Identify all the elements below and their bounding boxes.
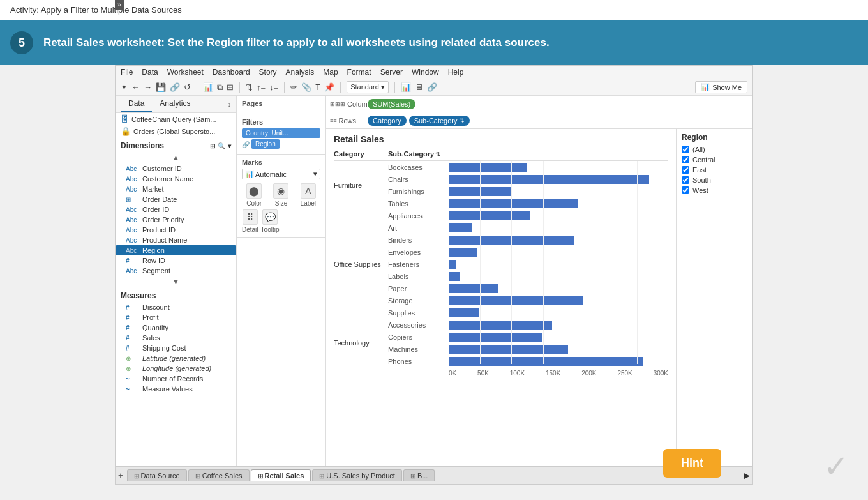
subcat-labels: Labels	[388, 270, 449, 282]
tab-analytics[interactable]: Analytics	[152, 96, 198, 112]
toolbar-pin[interactable]: 📌	[324, 82, 334, 92]
menu-map[interactable]: Map	[323, 68, 338, 77]
toolbar-copy[interactable]: ⧉	[217, 82, 223, 93]
toolbar-monitor[interactable]: 🖥	[415, 82, 423, 92]
dimensions-grid-icon[interactable]: ⊞	[210, 142, 215, 149]
toolbar-asc[interactable]: ↑≡	[257, 82, 266, 92]
dim-order-date[interactable]: ⊞ Order Date	[116, 194, 236, 204]
marks-label[interactable]: A Label	[296, 183, 320, 207]
scroll-down[interactable]: ▼	[116, 276, 236, 287]
dimensions-search-icon[interactable]: 🔍	[218, 142, 225, 149]
marks-size[interactable]: ◉ Size	[269, 183, 293, 207]
toolbar-back[interactable]: ←	[131, 82, 140, 92]
region-east-checkbox[interactable]	[682, 166, 689, 174]
menu-server[interactable]: Server	[380, 68, 403, 77]
tab-retail-sales[interactable]: ⊞ Retail Sales	[251, 469, 311, 481]
toolbar-grid[interactable]: ⊞	[227, 82, 234, 92]
hint-button[interactable]: Hint	[663, 449, 721, 478]
marks-tooltip[interactable]: 💬 Tooltip	[261, 209, 280, 233]
marks-type-dropdown[interactable]: 📊 Automatic ▾	[242, 169, 320, 179]
bar-row-supplies	[449, 307, 668, 319]
toolbar-icon-sparkle[interactable]: ✦	[121, 82, 128, 92]
measure-num-records[interactable]: ~ Number of Records	[116, 374, 236, 384]
dim-order-priority[interactable]: Abc Order Priority	[116, 215, 236, 225]
region-west-checkbox[interactable]	[682, 186, 689, 194]
menu-worksheet[interactable]: Worksheet	[167, 68, 204, 77]
measure-quantity[interactable]: # Quantity	[116, 322, 236, 333]
region-central-checkbox[interactable]	[682, 156, 689, 163]
measure-values[interactable]: ~ Measure Values	[116, 384, 236, 394]
region-east[interactable]: East	[682, 166, 747, 174]
region-all-checkbox[interactable]	[682, 146, 689, 153]
region-west[interactable]: West	[682, 186, 747, 194]
measure-longitude[interactable]: ⊕ Longitude (generated)	[116, 363, 236, 374]
menu-file[interactable]: File	[121, 68, 133, 77]
dim-customer-name[interactable]: Abc Customer Name	[116, 174, 236, 184]
measure-discount[interactable]: # Discount	[116, 302, 236, 312]
measure-sales[interactable]: # Sales	[116, 333, 236, 343]
filter-country[interactable]: Country: Unit...	[242, 128, 320, 138]
rows-pill-subcategory[interactable]: Sub-Category ⇅	[409, 116, 470, 126]
check-mark[interactable]: ✓	[823, 448, 849, 484]
chart-title: Retail Sales	[334, 134, 668, 144]
dim-customer-id[interactable]: Abc Customer ID	[116, 163, 236, 174]
dim-product-name[interactable]: Abc Product Name	[116, 235, 236, 245]
menu-data[interactable]: Data	[142, 68, 158, 77]
menu-help[interactable]: Help	[448, 68, 464, 77]
tab-coffee-sales[interactable]: ⊞ Coffee Sales	[188, 469, 250, 481]
menu-analysis[interactable]: Analysis	[286, 68, 315, 77]
sort-button[interactable]: ↕	[228, 100, 232, 108]
scroll-tabs-right[interactable]: ▶	[744, 471, 750, 480]
toolbar-desc[interactable]: ↓≡	[269, 82, 278, 92]
toolbar-sort[interactable]: ⇅	[246, 82, 253, 92]
toolbar-paperclip[interactable]: 📎	[301, 82, 311, 92]
marks-detail[interactable]: ⠿ Detail	[242, 209, 258, 233]
dim-product-id[interactable]: Abc Product ID	[116, 225, 236, 235]
menu-window[interactable]: Window	[412, 68, 439, 77]
toolbar-print[interactable]: 🔗	[170, 82, 180, 92]
region-all[interactable]: (All)	[682, 146, 747, 153]
dim-prefix: #	[126, 257, 140, 264]
menu-story[interactable]: Story	[259, 68, 277, 77]
dim-market[interactable]: Abc Market	[116, 184, 236, 194]
region-central[interactable]: Central	[682, 156, 747, 163]
collapse-button[interactable]: »	[115, 0, 124, 10]
show-me-button[interactable]: 📊 Show Me	[695, 81, 747, 93]
toolbar-share[interactable]: 🔗	[427, 82, 437, 92]
tab-data[interactable]: Data	[121, 96, 152, 112]
region-south-checkbox[interactable]	[682, 176, 689, 184]
measure-profit[interactable]: # Profit	[116, 312, 236, 322]
marks-color[interactable]: ⬤ Color	[242, 183, 266, 207]
add-sheet-icon[interactable]: +	[118, 471, 123, 480]
scroll-up[interactable]: ▲	[116, 152, 236, 163]
menu-format[interactable]: Format	[347, 68, 371, 77]
toolbar-forward[interactable]: →	[144, 82, 152, 92]
rows-pill-category[interactable]: Category	[368, 116, 407, 126]
data-source-coffeechain[interactable]: 🗄 CoffeeChain Query (Sam...	[116, 113, 236, 125]
dim-row-id[interactable]: # Row ID	[116, 255, 236, 266]
dim-segment[interactable]: Abc Segment	[116, 266, 236, 276]
tab-data-source[interactable]: ⊞ Data Source	[127, 469, 187, 481]
toolbar-text[interactable]: T	[315, 82, 320, 92]
subcat-binders: Binders	[388, 234, 449, 246]
cat-furniture: Furniture	[334, 161, 388, 209]
toolbar-present[interactable]: 📊	[401, 82, 411, 92]
dim-region[interactable]: Abc Region	[116, 245, 236, 255]
columns-pill-sum-sales[interactable]: SUM(Sales)	[368, 99, 415, 109]
toolbar-annotate[interactable]: ✏	[290, 82, 297, 92]
sort-subcategory-icon[interactable]: ⇅	[435, 151, 440, 158]
dimensions-menu-icon[interactable]: ▾	[228, 142, 231, 149]
tab-us-sales[interactable]: ⊞ U.S. Sales by Product	[312, 469, 402, 481]
filter-region[interactable]: Region	[251, 139, 280, 149]
toolbar-save[interactable]: 💾	[156, 82, 166, 92]
tab-extra[interactable]: ⊞ B...	[403, 469, 435, 481]
toolbar-chart[interactable]: 📊	[203, 82, 213, 92]
region-south[interactable]: South	[682, 176, 747, 184]
dim-order-id[interactable]: Abc Order ID	[116, 204, 236, 215]
measure-latitude[interactable]: ⊕ Latitude (generated)	[116, 353, 236, 363]
menu-dashboard[interactable]: Dashboard	[213, 68, 250, 77]
measure-shipping[interactable]: # Shipping Cost	[116, 343, 236, 353]
standard-dropdown[interactable]: Standard ▾	[347, 81, 389, 93]
toolbar-refresh[interactable]: ↺	[184, 82, 191, 92]
data-source-orders[interactable]: 🔒 Orders (Global Supersto...	[116, 125, 236, 137]
